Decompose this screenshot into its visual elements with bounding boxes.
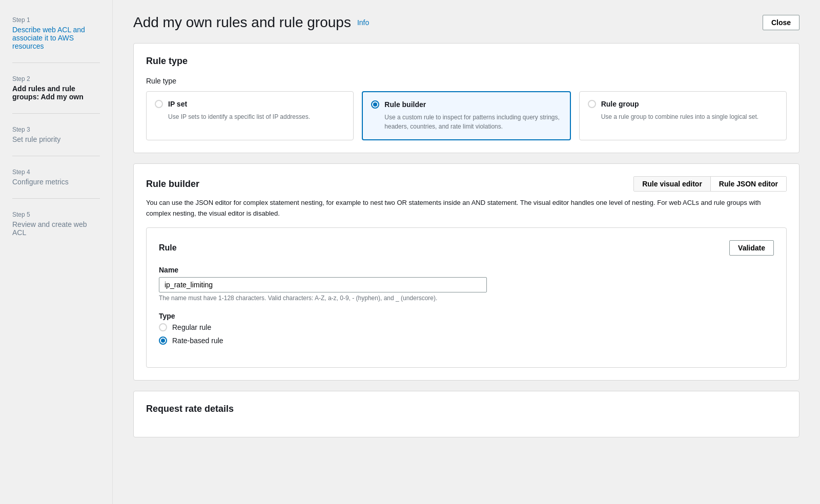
- regular-rule-option[interactable]: Regular rule: [159, 323, 774, 331]
- sidebar-step-4: Step 4 Configure metrics: [12, 169, 100, 199]
- editor-tab-group: Rule visual editor Rule JSON editor: [633, 176, 787, 192]
- rule-group-label: Rule group: [601, 100, 639, 108]
- rule-inner-card-title: Rule: [159, 243, 177, 253]
- rule-group-header: Rule group: [588, 100, 778, 108]
- rule-builder-description: You can use the JSON editor for complex …: [146, 198, 787, 219]
- rate-based-radio[interactable]: [159, 337, 167, 345]
- ip-set-radio[interactable]: [155, 100, 163, 108]
- close-button[interactable]: Close: [763, 15, 799, 30]
- rule-builder-section-header: Rule builder Rule visual editor Rule JSO…: [146, 176, 787, 192]
- rule-type-options: IP set Use IP sets to identify a specifi…: [146, 91, 787, 140]
- rule-builder-card-title: Rule builder: [146, 179, 199, 190]
- sidebar-step-1-title[interactable]: Describe web ACL and associate it to AWS…: [12, 26, 100, 50]
- rule-builder-radio[interactable]: [371, 100, 379, 109]
- tab-visual-editor[interactable]: Rule visual editor: [634, 177, 711, 191]
- rule-group-radio[interactable]: [588, 100, 596, 108]
- rule-builder-label: Rule builder: [384, 100, 426, 109]
- rule-type-rule-builder[interactable]: Rule builder Use a custom rule to inspec…: [362, 91, 570, 140]
- page-title: Add my own rules and rule groups: [133, 14, 351, 31]
- regular-rule-label: Regular rule: [172, 323, 211, 331]
- sidebar: Step 1 Describe web ACL and associate it…: [0, 0, 113, 504]
- main-content: Add my own rules and rule groups Info Cl…: [113, 0, 820, 504]
- validate-button[interactable]: Validate: [729, 240, 774, 256]
- ip-set-label: IP set: [168, 100, 187, 108]
- sidebar-step-2-title: Add rules and rule groups: Add my own: [12, 85, 100, 101]
- regular-rule-radio[interactable]: [159, 323, 167, 331]
- step-1-number: Step 1: [12, 16, 100, 24]
- rule-type-card-title: Rule type: [146, 56, 787, 67]
- rate-based-label: Rate-based rule: [172, 337, 223, 345]
- sidebar-step-5-title: Review and create web ACL: [12, 220, 100, 237]
- type-radio-group: Regular rule Rate-based rule: [159, 323, 774, 345]
- name-hint: The name must have 1-128 characters. Val…: [159, 295, 487, 302]
- step-3-number: Step 3: [12, 126, 100, 133]
- rate-based-rule-option[interactable]: Rate-based rule: [159, 337, 774, 345]
- step-5-number: Step 5: [12, 211, 100, 218]
- tab-json-editor[interactable]: Rule JSON editor: [711, 177, 786, 191]
- ip-set-desc: Use IP sets to identify a specific list …: [155, 112, 345, 121]
- type-form-group: Type Regular rule Rate-based rule: [159, 312, 774, 345]
- rule-type-ip-set[interactable]: IP set Use IP sets to identify a specifi…: [146, 91, 354, 140]
- rule-inner-card-header: Rule Validate: [159, 240, 774, 256]
- sidebar-step-3-title: Set rule priority: [12, 135, 100, 143]
- name-input[interactable]: [159, 277, 487, 292]
- request-rate-title: Request rate details: [146, 404, 787, 414]
- name-form-group: Name The name must have 1-128 characters…: [159, 266, 774, 302]
- sidebar-step-2: Step 2 Add rules and rule groups: Add my…: [12, 75, 100, 114]
- rule-type-section-label: Rule type: [146, 77, 787, 85]
- rule-type-rule-group[interactable]: Rule group Use a rule group to combine r…: [579, 91, 787, 140]
- type-label: Type: [159, 312, 774, 320]
- rule-builder-header-option: Rule builder: [371, 100, 561, 109]
- rule-type-card: Rule type Rule type IP set Use IP sets t…: [133, 43, 799, 153]
- name-label: Name: [159, 266, 774, 274]
- sidebar-step-4-title: Configure metrics: [12, 178, 100, 186]
- step-2-number: Step 2: [12, 75, 100, 82]
- ip-set-header: IP set: [155, 100, 345, 108]
- rule-group-desc: Use a rule group to combine rules into a…: [588, 112, 778, 121]
- step-1-link[interactable]: Describe web ACL and associate it to AWS…: [12, 26, 85, 50]
- request-rate-card: Request rate details: [133, 391, 799, 437]
- page-title-row: Add my own rules and rule groups Info: [133, 14, 369, 31]
- sidebar-step-1: Step 1 Describe web ACL and associate it…: [12, 16, 100, 63]
- rule-inner-card: Rule Validate Name The name must have 1-…: [146, 227, 787, 368]
- step-4-number: Step 4: [12, 169, 100, 176]
- rule-builder-desc: Use a custom rule to inspect for pattern…: [371, 113, 561, 131]
- sidebar-step-3: Step 3 Set rule priority: [12, 126, 100, 156]
- name-field-container: The name must have 1-128 characters. Val…: [159, 277, 487, 302]
- info-link[interactable]: Info: [357, 18, 369, 27]
- sidebar-step-5: Step 5 Review and create web ACL: [12, 211, 100, 249]
- page-header: Add my own rules and rule groups Info Cl…: [133, 14, 799, 31]
- rule-builder-card: Rule builder Rule visual editor Rule JSO…: [133, 163, 799, 381]
